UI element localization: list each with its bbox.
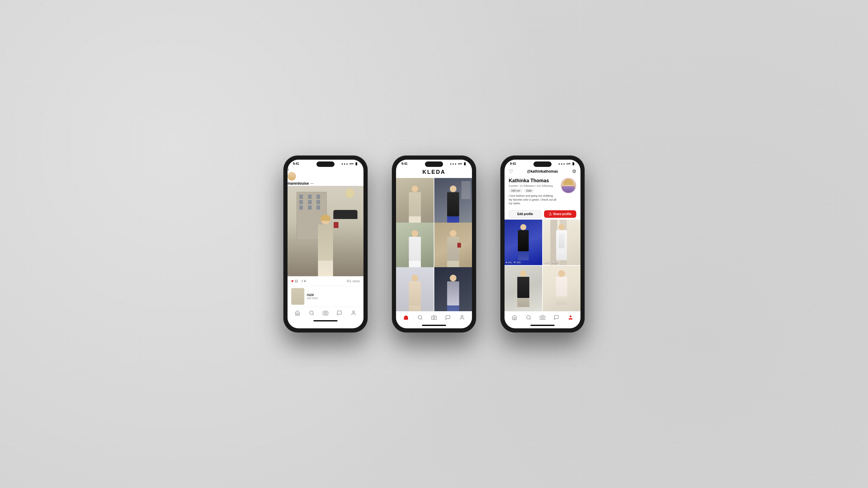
profile-header-bar: ♡ @kathinkathomas ⚙ xyxy=(504,167,581,176)
time-3: 9:41 xyxy=(510,162,516,165)
profile-tags: 185 cm Oslo xyxy=(509,189,558,193)
edit-profile-button[interactable]: Edit profile xyxy=(509,210,541,218)
nav-camera-1[interactable] xyxy=(322,310,329,317)
nav-home-2[interactable] xyxy=(402,314,410,321)
grid-cell-3[interactable] xyxy=(396,223,434,273)
person-body xyxy=(318,224,333,261)
notch-1 xyxy=(316,161,335,167)
home-bar-line-2 xyxy=(422,325,446,326)
nav-profile-2[interactable] xyxy=(458,314,466,321)
product-thumbnail[interactable] xyxy=(291,288,304,305)
share-icon xyxy=(549,213,552,216)
nav-chat-2[interactable] xyxy=(444,314,452,321)
phone-1-screen: 9:41 ▲▲▲ wifi ▐▌ ‹ marenlouise ··· xyxy=(287,160,364,328)
grid-cell-2[interactable] xyxy=(434,178,472,228)
home-bar-line-3 xyxy=(530,325,555,326)
svg-point-6 xyxy=(433,317,435,319)
settings-icon[interactable]: ⚙ xyxy=(572,168,576,174)
svg-line-5 xyxy=(421,318,422,319)
likes-count-1: 241 xyxy=(508,261,512,264)
profile-text: Kathinka Thomas 6 posts • 21 followers •… xyxy=(509,178,558,207)
person-head xyxy=(321,216,330,224)
nav-chat-1[interactable] xyxy=(336,310,343,317)
profile-grid-cell-4[interactable] xyxy=(543,266,581,311)
like-button[interactable]: ♥ 12 xyxy=(291,279,298,284)
wifi-icon-3: wifi xyxy=(566,162,570,165)
profile-grid-cell-2[interactable]: ♥ 241 👁 265 xyxy=(543,220,581,265)
views-count-2: 265 xyxy=(555,261,559,264)
nav-search-3[interactable] xyxy=(525,314,532,321)
wifi-icon-1: wifi xyxy=(349,162,353,165)
status-bar-2: 9:41 ▲▲▲ wifi ▐▌ xyxy=(396,160,472,167)
svg-point-9 xyxy=(527,315,530,319)
profile-grid-cell-1[interactable]: ♥ 241 👁 265 xyxy=(504,220,542,265)
product-price: 349 NOK xyxy=(307,297,318,300)
grid-figure-2 xyxy=(442,186,464,228)
more-button[interactable]: ··· xyxy=(310,181,314,186)
phone-2-screen: 9:41 ▲▲▲ wifi ▐▌ KLEDA xyxy=(396,160,472,328)
post-header: ‹ marenlouise ··· xyxy=(287,167,364,186)
nav-camera-2[interactable] xyxy=(430,314,438,321)
profile-username-header: @kathinkathomas xyxy=(527,169,558,173)
status-icons-1: ▲▲▲ wifi ▐▌ xyxy=(341,162,358,165)
eye-icon-2: 👁 xyxy=(552,261,554,264)
back-button[interactable]: ‹ xyxy=(287,167,289,172)
signal-icon-3: ▲▲▲ xyxy=(558,162,565,165)
person-hair xyxy=(321,215,330,221)
grid-cell-5[interactable] xyxy=(396,267,434,311)
status-icons-3: ▲▲▲ wifi ▐▌ xyxy=(558,162,575,165)
share-profile-button[interactable]: Share profile xyxy=(544,210,576,218)
avatar-image xyxy=(561,178,576,193)
phone-2: 9:41 ▲▲▲ wifi ▐▌ KLEDA xyxy=(392,156,476,332)
eye-icon-1: 👁 xyxy=(514,261,516,264)
nav-camera-3[interactable] xyxy=(539,314,546,321)
grid-cell-6[interactable] xyxy=(434,267,472,311)
nav-chat-3[interactable] xyxy=(553,314,560,321)
nav-profile-1[interactable] xyxy=(350,310,357,317)
nav-search-1[interactable] xyxy=(308,310,315,317)
bag xyxy=(334,222,338,228)
profile-grid-cell-3[interactable] xyxy=(504,266,542,311)
likes-count-2: 241 xyxy=(546,261,550,264)
profile-stats: 6 posts • 21 followers • 412 following xyxy=(509,184,558,187)
status-icons-2: ▲▲▲ wifi ▐▌ xyxy=(450,162,467,165)
signal-icon-2: ▲▲▲ xyxy=(450,162,457,165)
wishlist-icon[interactable]: ♡ xyxy=(509,168,513,174)
grid-cell-4[interactable] xyxy=(434,223,472,273)
phone-3: 9:41 ▲▲▲ wifi ▐▌ ♡ @kathinkathomas ⚙ Kat… xyxy=(500,156,585,332)
profile-figure-4 xyxy=(549,270,575,311)
nav-home-3[interactable] xyxy=(511,314,518,321)
nav-home-1[interactable] xyxy=(294,310,301,317)
status-bar-3: 9:41 ▲▲▲ wifi ▐▌ xyxy=(504,160,581,167)
share-icon: ⤴ xyxy=(301,280,303,283)
nav-search-2[interactable] xyxy=(416,314,424,321)
share-button[interactable]: ⤴ 4 xyxy=(301,280,306,283)
svg-point-2 xyxy=(324,313,327,314)
battery-icon-3: ▐▌ xyxy=(572,162,575,165)
profile-grid: ♥ 241 👁 265 xyxy=(504,220,581,311)
nav-profile-3[interactable] xyxy=(567,314,574,321)
share-profile-label: Share profile xyxy=(553,213,571,216)
stat-likes-2: ♥ 241 xyxy=(544,261,550,264)
signal-icon-1: ▲▲▲ xyxy=(341,162,348,165)
grid-figure-4 xyxy=(442,230,464,273)
svg-line-10 xyxy=(530,318,530,319)
battery-icon-1: ▐▌ xyxy=(355,162,358,165)
profile-figure-2 xyxy=(549,224,575,265)
phone-3-screen: 9:41 ▲▲▲ wifi ▐▌ ♡ @kathinkathomas ⚙ Kat… xyxy=(504,160,581,328)
home-bar-1 xyxy=(287,318,364,324)
notch-3 xyxy=(533,161,552,167)
heart-icon: ♥ xyxy=(291,279,293,284)
profile-bio: I love fashion and going out clubbing. M… xyxy=(509,194,558,205)
building-windows xyxy=(297,192,327,212)
battery-icon-2: ▐▌ xyxy=(463,162,467,165)
status-bar-1: 9:41 ▲▲▲ wifi ▐▌ xyxy=(287,160,364,167)
bottom-nav-2 xyxy=(396,311,472,322)
user-avatar-1 xyxy=(287,172,296,181)
grid-figure-1 xyxy=(404,186,426,228)
grid-cell-1[interactable] xyxy=(396,178,434,228)
app-logo: KLEDA xyxy=(423,169,446,175)
like-count: 12 xyxy=(294,280,298,283)
person-figure xyxy=(315,216,336,276)
home-bar-2 xyxy=(396,322,472,328)
